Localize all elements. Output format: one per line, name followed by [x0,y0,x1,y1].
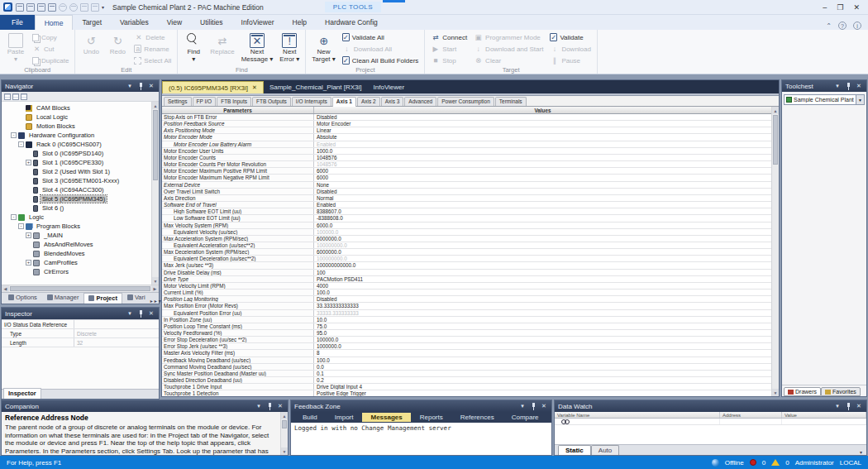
parameter-value[interactable]: 100000.0 [314,337,771,342]
save-icon[interactable] [16,3,24,12]
parameter-row[interactable]: Motor Encoder Counts1048576 [162,155,771,161]
parameter-value[interactable]: 4000 [314,283,771,289]
toolchest-tab-drawers[interactable]: Drawers [784,387,821,396]
parameter-value[interactable]: 6000.0 [314,223,771,228]
menu-tab-target[interactable]: Target [73,15,111,30]
parameter-value[interactable]: 6000000.0 [314,249,771,255]
help-icon[interactable]: ? [838,22,847,30]
parameter-value[interactable]: Motor Encoder [314,121,771,127]
tree-item-hardware-configuration[interactable]: -Hardware Configuration [3,131,151,140]
parameter-value[interactable]: 33333.333333333 [314,310,771,316]
tree-item-blendedmoves[interactable]: BlendedMoves [3,249,151,258]
tree-item-logic[interactable]: -Logic [3,213,151,222]
subtab-advanced[interactable]: Advanced [404,97,436,106]
parameter-row[interactable]: Motor Velocity Limit (RPM)4000 [162,283,771,290]
navigator-horizontal-scrollbar[interactable]: ◀ ▶ [2,285,159,292]
clipboard-icon[interactable] [91,3,99,12]
parameter-value[interactable]: 100000000000.0 [314,262,771,268]
subtab-fp-i-o[interactable]: FP I/O [193,97,217,106]
parameter-value[interactable]: 8388607.0 [314,208,771,214]
menu-tab-hardware-config[interactable]: Hardware Config [316,15,387,30]
navigator-close-icon[interactable]: ✕ [147,82,155,90]
parameter-row[interactable]: Motor Encoder Maximum Negative RPM Limit… [162,175,771,181]
navigator-tab-vari[interactable]: Vari [122,292,150,304]
validate-button[interactable]: ✓Validate [547,31,594,43]
tree-item-motion-blocks[interactable]: Motion Blocks [3,122,151,131]
subtab-axis-2[interactable]: Axis 2 [357,97,380,106]
close-tab-icon[interactable]: ✕ [252,84,257,91]
menu-tab-utilities[interactable]: Utilities [191,15,231,30]
parameter-value[interactable]: None [314,182,771,188]
tree-item-local-logic[interactable]: Local Logic [3,112,151,122]
parameter-row[interactable]: Drive TypePACMotion PSD411 [162,276,771,283]
new-target-button[interactable]: ⊕New Target ▾ [309,31,337,64]
collapse-icon[interactable]: - [11,214,17,220]
data-watch-menu-icon[interactable]: ▾ [833,402,842,410]
subtab-axis-1[interactable]: Axis 1 [332,97,356,107]
inspector-close-icon[interactable]: ✕ [147,309,155,318]
value-column-header[interactable]: Value [782,412,866,418]
parameter-value[interactable]: 100000000.0 [314,242,771,248]
document-tab-0-5-ic695pmm345-rx3i[interactable]: (0.5) IC695PMM345 [RX3i]✕ [162,81,264,93]
scroll-down-icon[interactable]: ▼ [281,447,288,455]
scroll-up-icon[interactable]: ▲ [772,107,779,114]
parameter-row[interactable]: Motor Encoder Low Battery AlarmEnabled [162,141,771,148]
tree-item-slot-3-ic695etm001-kxxx[interactable]: Slot 3 (IC695ETM001-Kxxx) [3,176,151,185]
parameter-row[interactable]: Motor Encoder ModeAbsolute [162,134,771,141]
collapse-icon[interactable]: - [11,132,17,138]
parameter-row[interactable]: Axis DirectionNormal [162,195,771,202]
parameter-value[interactable]: 95.0 [314,330,771,336]
toolchest-tab-favorites[interactable]: Favorites [821,387,861,396]
parameter-value[interactable]: PACMotion PSD411 [314,276,771,282]
parameter-value[interactable]: 6000 [314,168,771,174]
document-tab-sample-chemical-plant-rx3i[interactable]: Sample_Chemical_Plant [RX3i] [264,81,368,93]
expand-icon[interactable]: + [26,160,31,165]
close-button[interactable]: ✕ [853,3,860,12]
parameter-value[interactable]: 1048576 [314,155,771,160]
parameter-value[interactable]: Enabled [314,202,771,208]
tree-item-program-blocks[interactable]: -Program Blocks [3,222,151,231]
parameter-value[interactable]: 100.0 [314,290,771,295]
parameter-row[interactable]: Equivalent Acceleration (uu/sec**2)10000… [162,242,771,249]
scroll-left-icon[interactable]: ◀ [2,285,9,292]
parameter-value[interactable]: 100 [314,270,771,275]
scroll-up-icon[interactable]: ▲ [152,102,159,109]
parameter-value[interactable]: Normal [314,195,771,201]
value-cell[interactable] [782,419,866,424]
parameter-row[interactable]: Motor Encoder Counts Per Motor Revolutio… [162,161,771,168]
parameter-value[interactable]: 100.0 [314,357,771,363]
variable-name-cell[interactable] [555,419,720,424]
toolchest-close-icon[interactable]: ✕ [855,82,863,90]
parameter-value[interactable]: Disabled [314,114,771,120]
collapse-ribbon-icon[interactable]: ⌃ [826,22,832,30]
subtab-terminals[interactable]: Terminals [495,97,527,106]
parameter-row[interactable]: Position Lag MonitoringDisabled [162,296,771,303]
parameter-value[interactable]: 0.2 [314,377,771,383]
minimize-button[interactable]: – [823,3,827,12]
parameter-row[interactable]: Equivalent Position Error (uu)33333.3333… [162,310,771,317]
parameter-value[interactable]: 1048576 [314,161,771,167]
tree-item-slot-0-ic695psd140[interactable]: Slot 0 (IC695PSD140) [3,149,151,158]
parameter-row[interactable]: Velocity Feedforward (%)95.0 [162,330,771,337]
scroll-thumb[interactable] [10,286,150,291]
parameter-row[interactable]: Equivalent Velocity (uu/sec)100000.0 [162,229,771,236]
address-cell[interactable] [720,419,782,424]
scroll-right-icon[interactable]: ▶ [151,285,159,292]
values-column-header[interactable]: Values [314,107,771,113]
export-icon[interactable] [37,3,45,12]
parameter-row[interactable]: Equivalent Deceleration (uu/sec**2)10000… [162,256,771,262]
menu-tab-file[interactable]: File [0,15,35,30]
restore-button[interactable]: ❐ [837,3,843,12]
feedback-close-icon[interactable]: ✕ [540,402,548,410]
feedback-tab-compare[interactable]: Compare [503,413,547,422]
navigator-tab-options[interactable]: Options [3,292,42,304]
parameter-row[interactable]: Max Jerk (uu/sec **3)100000000000.0 [162,262,771,269]
menu-tab-view[interactable]: View [158,15,191,30]
scroll-thumb[interactable] [153,110,158,180]
parameter-value[interactable]: 33.333333333333 [314,303,771,309]
expand-icon[interactable]: + [26,232,31,238]
data-watch-tab-static[interactable]: Static [558,445,591,455]
tree-item-cam-blocks[interactable]: CAM Blocks [3,103,151,112]
parameter-value[interactable]: 0.0 [314,364,771,370]
tree-item-slot-2-used-with-slot-1[interactable]: Slot 2 (Used With Slot 1) [3,167,151,176]
